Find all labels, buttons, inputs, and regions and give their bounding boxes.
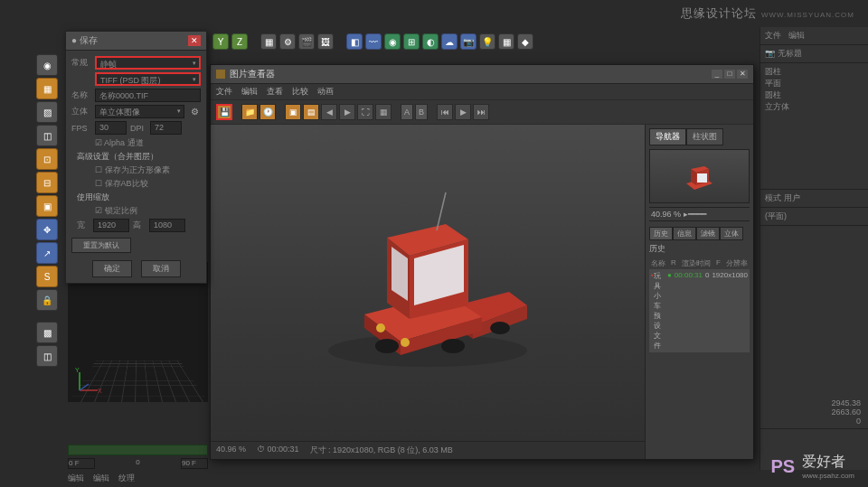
poly-icon[interactable]: ▣	[36, 195, 58, 217]
spline-icon[interactable]: 〰	[365, 33, 382, 50]
menu-compare[interactable]: 比较	[292, 86, 308, 98]
save-image-button[interactable]: 💾	[216, 104, 232, 120]
stereo-dropdown[interactable]: 单立体图像▾	[95, 105, 184, 118]
a-button[interactable]: A	[401, 104, 413, 120]
square-checkbox[interactable]: ☐ 保存为正方形像素	[95, 164, 201, 176]
obj-item[interactable]: 圆柱	[765, 66, 863, 78]
close-button[interactable]: ✕	[737, 70, 748, 79]
format-dropdown[interactable]: 静帧▾	[95, 56, 201, 70]
name-label: 名称	[71, 89, 91, 101]
frame-start-field[interactable]: 0 F	[68, 458, 95, 469]
watermark-top: 思缘设计论坛 WWW.MISSYUAN.COM	[681, 5, 854, 22]
menu-file[interactable]: 文件	[216, 86, 232, 98]
play-button[interactable]: ▶	[455, 104, 471, 120]
settings-icon[interactable]: ⚙	[279, 33, 296, 50]
folder-button[interactable]: 📁	[241, 104, 258, 120]
name-field[interactable]: 名称0000.TIF	[95, 89, 201, 102]
history-row[interactable]: ▪ 玩具小车预设文件 ● 00:00:31 0 1920x1080	[649, 269, 750, 352]
material-menu: 编辑 编辑 纹理	[68, 473, 135, 484]
b-button[interactable]: B	[415, 104, 428, 120]
obj-item[interactable]: 立方体	[765, 101, 863, 113]
xray-icon[interactable]: ◫	[36, 345, 58, 367]
array-icon[interactable]: ⊞	[403, 33, 420, 50]
tab-files[interactable]: 文件	[765, 30, 781, 42]
filter-button[interactable]: ▣	[285, 104, 301, 120]
tab-edit[interactable]: 编辑	[788, 30, 805, 42]
svg-point-11	[401, 338, 410, 347]
alpha-checkbox[interactable]: ☑ Alpha 通道	[95, 137, 201, 149]
model-icon[interactable]: ▦	[36, 78, 58, 99]
menu-anim[interactable]: 动画	[317, 86, 334, 98]
tab-navigator[interactable]: 导航器	[649, 128, 686, 145]
save-dialog: ● 保存 ✕ 常规 静帧▾ TIFF (PSD 图层)▾ 名称 名称0000.T…	[65, 31, 207, 284]
reset-button[interactable]: 重置为默认	[71, 238, 131, 253]
dpi-field[interactable]: 72	[150, 121, 182, 135]
edge-icon[interactable]: ⊟	[36, 172, 58, 193]
nav-prev-button[interactable]: ◀	[321, 104, 337, 120]
texture-icon[interactable]: ▨	[36, 101, 58, 123]
navigator-thumbnail[interactable]	[649, 149, 750, 203]
axis-y-icon[interactable]: Y	[212, 33, 229, 50]
height-field[interactable]: 1080	[149, 219, 185, 232]
width-field[interactable]: 1920	[93, 219, 129, 232]
cancel-button[interactable]: 取消	[141, 260, 181, 277]
snap-icon[interactable]: S	[36, 266, 58, 287]
tweak-icon[interactable]: ↗	[36, 242, 58, 264]
render-icon[interactable]: ▦	[260, 33, 277, 50]
menu-edit[interactable]: 编辑	[241, 86, 258, 98]
timeline-bar[interactable]	[68, 445, 208, 455]
locked-icon[interactable]: 🔒	[36, 289, 58, 311]
menu-item[interactable]: 编辑	[68, 473, 84, 484]
point-icon[interactable]: ⊡	[36, 148, 58, 170]
ab-checkbox[interactable]: ☐ 保存AB比较	[95, 178, 201, 190]
tab-filter[interactable]: 滤镜	[696, 227, 720, 240]
render-preview[interactable]	[211, 125, 645, 441]
light-icon[interactable]: 💡	[479, 33, 495, 50]
channel-button[interactable]: ▦	[375, 104, 392, 120]
camera-icon[interactable]: 📷	[460, 33, 476, 50]
enable-axis-icon[interactable]: ✥	[36, 219, 58, 240]
tab-histogram[interactable]: 柱状图	[686, 128, 723, 145]
fullscreen-button[interactable]: ⛶	[357, 104, 373, 120]
viewer-statusbar: 40.96 % ⏱ 00:00:31 尺寸 : 1920x1080, RGB (…	[211, 441, 645, 459]
picture-icon[interactable]: 🖼	[317, 33, 334, 50]
menu-view[interactable]: 查看	[267, 86, 283, 98]
menu-item[interactable]: 编辑	[93, 473, 109, 484]
frame-end-field[interactable]: 90 F	[181, 458, 208, 469]
close-button[interactable]: ✕	[188, 35, 201, 46]
coord-z: 0	[765, 417, 861, 426]
tab-stereo[interactable]: 立体	[720, 227, 743, 240]
history-button[interactable]: 🕐	[259, 104, 276, 120]
ratio-checkbox[interactable]: ☑ 锁定比例	[95, 205, 201, 217]
tab-history[interactable]: 历史	[649, 227, 673, 240]
cube-icon[interactable]: ◧	[346, 33, 363, 50]
play-last-button[interactable]: ⏭	[473, 104, 489, 120]
coord-y: 2663.60	[765, 407, 861, 417]
nav-next-button[interactable]: ▶	[339, 104, 355, 120]
psd-layer-dropdown[interactable]: TIFF (PSD 图层)▾	[95, 72, 201, 86]
env-icon[interactable]: ☁	[441, 33, 458, 50]
obj-item[interactable]: 平面	[765, 78, 863, 89]
clapper-icon[interactable]: 🎬	[298, 33, 315, 50]
deformer-icon[interactable]: ◐	[422, 33, 439, 50]
tag-icon[interactable]: ◆	[517, 33, 533, 50]
scene-icon[interactable]: ▦	[498, 33, 514, 50]
ok-button[interactable]: 确定	[92, 260, 132, 277]
axis-z-icon[interactable]: Z	[231, 33, 248, 50]
svg-point-10	[376, 323, 385, 332]
live-select-icon[interactable]: ◉	[36, 54, 58, 76]
fps-field[interactable]: 30	[95, 121, 127, 135]
svg-text:X: X	[98, 388, 102, 394]
nurbs-icon[interactable]: ◉	[384, 33, 401, 50]
menu-item[interactable]: 纹理	[118, 473, 135, 484]
workplane-icon[interactable]: ◫	[36, 125, 58, 146]
minimize-button[interactable]: _	[712, 70, 722, 79]
maximize-button[interactable]: □	[724, 70, 735, 79]
obj-item[interactable]: 圆柱	[765, 89, 863, 101]
dpi-label: DPI	[130, 124, 146, 133]
ab-button[interactable]: ▤	[303, 104, 319, 120]
viewer-titlebar[interactable]: 图片查看器 _ □ ✕	[211, 65, 753, 84]
viewport-solo-icon[interactable]: ▩	[36, 322, 58, 343]
tab-info[interactable]: 信息	[673, 227, 696, 240]
play-first-button[interactable]: ⏮	[437, 104, 453, 120]
